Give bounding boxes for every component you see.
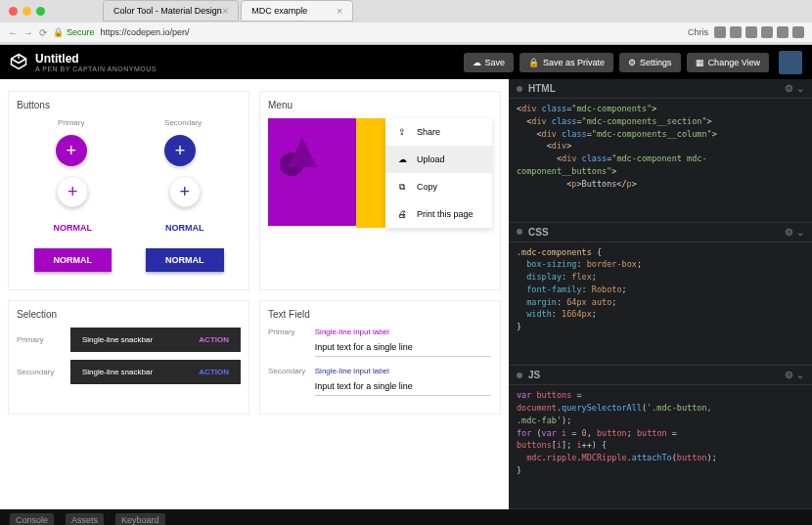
back-icon[interactable]: ← [8, 27, 18, 38]
textfield-label: Single-line input label [315, 328, 490, 336]
address-bar: ← → ⟳ 🔒 Secure https://codepen.io/pen/ C… [0, 22, 812, 42]
code-area[interactable]: <div class="mdc-components"> <div class=… [509, 99, 812, 194]
menu-card: Menu ⇪ Share ☁ Upload ⧉ [259, 91, 501, 290]
card-title: Selection [17, 309, 241, 320]
css-editor: CSS ⚙ ⌄ .mdc-components { box-sizing: bo… [509, 223, 812, 367]
editor-header[interactable]: HTML ⚙ ⌄ [509, 79, 812, 99]
editors-pane: HTML ⚙ ⌄ <div class="mdc-components"> <d… [509, 79, 812, 509]
extension-icon[interactable] [792, 26, 804, 38]
share-icon: ⇪ [395, 125, 409, 139]
editor-title: JS [528, 370, 540, 380]
buttons-card: Buttons Primary + Secondary + + + [8, 91, 249, 290]
extension-icons [714, 26, 804, 38]
avatar[interactable] [779, 51, 802, 74]
textfield-card: Text Field Primary Single-line input lab… [259, 300, 501, 415]
assets-tab[interactable]: Assets [66, 513, 104, 525]
editor-header[interactable]: JS ⚙ ⌄ [509, 366, 812, 385]
codepen-logo-icon[interactable] [10, 53, 27, 72]
extension-icon[interactable] [745, 26, 757, 38]
browser-chrome: Color Tool - Material Design × MDC examp… [0, 0, 812, 45]
extension-icon[interactable] [714, 26, 726, 38]
minimize-window-button[interactable] [23, 7, 31, 16]
menu-hero-image [268, 118, 356, 226]
cloud-icon: ☁ [473, 58, 481, 67]
codepen-header: Untitled A PEN BY CAPTAIN ANONYMOUS ☁Sav… [0, 45, 812, 79]
menu-list: ⇪ Share ☁ Upload ⧉ Copy 🖨 [385, 118, 492, 228]
text-button-primary[interactable]: NORMAL [42, 217, 105, 239]
lock-icon: 🔒 [53, 27, 64, 37]
svg-line-1 [12, 59, 20, 64]
upload-icon: ☁ [395, 153, 409, 166]
reload-icon[interactable]: ⟳ [39, 27, 47, 38]
close-tab-icon[interactable]: × [222, 5, 228, 17]
fab-outlined-secondary[interactable]: + [169, 176, 201, 207]
print-icon: 🖨 [395, 207, 409, 221]
fab-primary[interactable]: + [56, 135, 87, 166]
menu-item-label: Upload [417, 154, 445, 164]
snackbar-action[interactable]: ACTION [199, 335, 229, 344]
browser-tab[interactable]: MDC example × [241, 0, 353, 22]
raised-button-primary[interactable]: NORMAL [34, 248, 113, 272]
fab-outlined-primary[interactable]: + [57, 176, 88, 207]
extension-icon[interactable] [777, 26, 789, 38]
pen-title[interactable]: Untitled [35, 52, 157, 66]
card-title: Buttons [17, 100, 241, 110]
card-title: Menu [268, 100, 492, 110]
row-label: Secondary [17, 368, 61, 376]
menu-item[interactable]: ⇪ Share [385, 118, 492, 146]
menu-item[interactable]: ☁ Upload [385, 146, 492, 173]
html-editor: HTML ⚙ ⌄ <div class="mdc-components"> <d… [509, 79, 812, 223]
codepen-footer: Console Assets Keyboard [0, 509, 812, 525]
snackbar-secondary: Single-line snackbar ACTION [70, 360, 241, 384]
copy-icon: ⧉ [395, 180, 409, 194]
maximize-window-button[interactable] [36, 7, 45, 16]
snackbar-text: Single-line snackbar [82, 335, 153, 344]
code-area[interactable]: var buttons = document.querySelectorAll(… [509, 385, 812, 480]
tab-title: MDC example [251, 6, 307, 16]
raised-button-secondary[interactable]: NORMAL [146, 248, 224, 272]
main-area: Buttons Primary + Secondary + + + [0, 79, 812, 509]
row-label: Primary [17, 335, 61, 344]
tab-title: Color Tool - Material Design [113, 6, 222, 16]
lock-icon: 🔒 [528, 58, 539, 67]
editor-title: CSS [528, 227, 549, 238]
browser-tab[interactable]: Color Tool - Material Design × [103, 0, 239, 22]
close-window-button[interactable] [9, 7, 18, 16]
textfield-input-secondary[interactable] [315, 377, 490, 396]
extension-icon[interactable] [730, 26, 742, 38]
dot-icon [517, 86, 522, 92]
forward-icon[interactable]: → [23, 27, 33, 38]
menu-item[interactable]: ⧉ Copy [385, 173, 492, 200]
snackbar-primary: Single-line snackbar ACTION [70, 328, 241, 352]
extension-icon[interactable] [761, 26, 773, 38]
save-button[interactable]: ☁Save [464, 53, 515, 72]
keyboard-tab[interactable]: Keyboard [115, 513, 165, 525]
column-label: Secondary [164, 118, 202, 127]
preview-pane: Buttons Primary + Secondary + + + [0, 79, 509, 509]
settings-button[interactable]: ⚙Settings [619, 53, 681, 72]
gear-icon[interactable]: ⚙ ⌄ [785, 83, 804, 94]
selection-card: Selection Primary Single-line snackbar A… [8, 300, 249, 415]
text-button-secondary[interactable]: NORMAL [154, 217, 216, 239]
url-field[interactable]: https://codepen.io/pen/ [101, 27, 682, 37]
change-view-button[interactable]: ▦Change View [687, 53, 769, 72]
layout-icon: ▦ [696, 58, 704, 67]
browser-tabs: Color Tool - Material Design × MDC examp… [54, 0, 812, 22]
save-private-button[interactable]: 🔒Save as Private [519, 53, 613, 72]
snackbar-action[interactable]: ACTION [199, 368, 229, 376]
close-tab-icon[interactable]: × [337, 5, 342, 17]
row-label: Secondary [268, 367, 312, 375]
textfield-input-primary[interactable] [315, 338, 490, 357]
fab-secondary[interactable]: + [164, 135, 196, 166]
code-area[interactable]: .mdc-components { box-sizing: border-box… [509, 242, 812, 337]
gear-icon[interactable]: ⚙ ⌄ [785, 370, 804, 380]
menu-item[interactable]: 🖨 Print this page [385, 200, 492, 228]
column-label: Primary [56, 118, 87, 127]
console-tab[interactable]: Console [10, 513, 54, 525]
gear-icon[interactable]: ⚙ ⌄ [785, 227, 804, 238]
dot-icon [517, 372, 522, 378]
secure-indicator: 🔒 Secure [53, 27, 95, 37]
svg-line-2 [19, 59, 26, 64]
editor-header[interactable]: CSS ⚙ ⌄ [509, 223, 812, 242]
snackbar-text: Single-line snackbar [82, 368, 153, 376]
